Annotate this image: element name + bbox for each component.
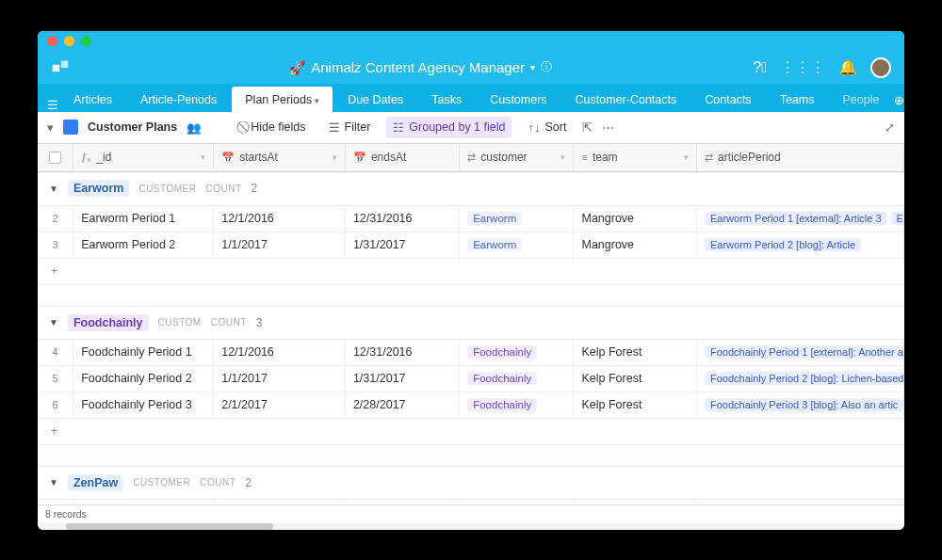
table-row[interactable]: 2Earworm Period 112/1/201612/31/2016Earw… bbox=[38, 206, 904, 232]
cell-startsat[interactable]: 1/1/2017 bbox=[214, 500, 346, 504]
brand-logo-icon[interactable] bbox=[51, 58, 70, 77]
cell-articleperiod[interactable]: ZenPaw Period 1 [blog]: Avoid these trap… bbox=[697, 500, 904, 504]
group-button[interactable]: ☷Grouped by 1 field bbox=[386, 117, 512, 138]
cell-endsat[interactable]: 1/31/2017 bbox=[346, 366, 460, 392]
cell-articleperiod[interactable]: Foodchainly Period 2 [blog]: Lichen-base… bbox=[697, 366, 904, 392]
chevron-down-icon[interactable]: ▾ bbox=[560, 152, 565, 162]
column-startsat[interactable]: 📅startsAt▾ bbox=[214, 144, 346, 171]
people-icon[interactable]: 👥 bbox=[187, 120, 202, 135]
customer-chip[interactable]: Foodchainly bbox=[467, 398, 537, 411]
tab-teams[interactable]: Teams bbox=[767, 87, 828, 112]
cell-articleperiod[interactable]: Foodchainly Period 3 [blog]: Also an art… bbox=[697, 392, 904, 418]
add-row-button[interactable]: + bbox=[38, 419, 904, 445]
customer-chip[interactable]: Earworm bbox=[467, 238, 522, 251]
user-avatar[interactable] bbox=[870, 57, 891, 78]
scrollbar-thumb[interactable] bbox=[66, 523, 273, 530]
customer-chip[interactable]: Foodchainly bbox=[467, 372, 537, 385]
cell-id[interactable]: Foodchainly Period 1 bbox=[73, 340, 214, 365]
table-row[interactable]: 6Foodchainly Period 32/1/20172/28/2017Fo… bbox=[38, 392, 904, 419]
info-icon[interactable]: ⓘ bbox=[541, 59, 552, 75]
cell-startsat[interactable]: 1/1/2017 bbox=[214, 366, 346, 392]
window-minimize-icon[interactable] bbox=[64, 36, 74, 46]
checkbox-column[interactable] bbox=[38, 144, 73, 171]
help-icon[interactable]: ?⃝ bbox=[753, 59, 767, 76]
more-icon[interactable]: ⋯ bbox=[602, 120, 614, 135]
article-chip[interactable]: Foodchainly Period 3 [blog]: Also an art… bbox=[705, 398, 903, 411]
cell-customer[interactable]: Earworm bbox=[460, 232, 574, 258]
cell-endsat[interactable]: 1/31/2017 bbox=[346, 500, 460, 504]
customer-chip[interactable]: Foodchainly bbox=[467, 345, 537, 359]
customer-chip[interactable]: Earworm bbox=[467, 212, 522, 225]
cell-customer[interactable]: Foodchainly bbox=[460, 392, 574, 418]
tab-customers[interactable]: Customers bbox=[477, 87, 560, 112]
notifications-icon[interactable]: 🔔 bbox=[838, 58, 857, 76]
cell-id[interactable]: ZenPaw Period 1 bbox=[73, 500, 214, 504]
sort-button[interactable]: ↑↓Sort bbox=[521, 117, 573, 138]
group-header[interactable]: ▼ZenPawCUSTOMERCOUNT2 bbox=[38, 466, 904, 500]
cell-team[interactable]: Kelp Forest bbox=[574, 366, 697, 392]
tab-people[interactable]: People bbox=[829, 87, 892, 112]
tab-due-dates[interactable]: Due Dates bbox=[334, 87, 416, 112]
cell-endsat[interactable]: 12/31/2016 bbox=[346, 206, 460, 232]
cell-customer[interactable]: Foodchainly bbox=[460, 366, 574, 392]
cell-team[interactable]: Kelp Forest bbox=[574, 340, 697, 365]
base-title[interactable]: 🚀 Animalz Content Agency Manager ▾ ⓘ bbox=[89, 59, 753, 75]
menu-icon[interactable]: ☰ bbox=[47, 98, 58, 112]
tab-customer-contacts[interactable]: Customer-Contacts bbox=[562, 87, 690, 112]
table-row[interactable]: 3Earworm Period 21/1/20171/31/2017Earwor… bbox=[38, 232, 904, 259]
article-chip[interactable]: Earworm Period 1 [external]: Article 3 bbox=[705, 212, 887, 225]
expand-icon[interactable]: ⤢ bbox=[885, 120, 895, 135]
cell-articleperiod[interactable]: Earworm Period 2 [blog]: Article bbox=[697, 232, 904, 258]
column-articleperiod[interactable]: ⇄articlePeriod bbox=[697, 144, 904, 171]
chevron-down-icon[interactable]: ▾ bbox=[201, 152, 205, 162]
collapse-icon[interactable]: ▼ bbox=[49, 317, 58, 328]
cell-team[interactable]: Kelp Forest bbox=[574, 392, 697, 418]
cell-team[interactable]: Taiga bbox=[574, 500, 697, 504]
cell-id[interactable]: Earworm Period 2 bbox=[73, 232, 214, 258]
tab-tasks[interactable]: Tasks bbox=[418, 87, 475, 112]
cell-id[interactable]: Earworm Period 1 bbox=[73, 206, 214, 232]
window-close-icon[interactable] bbox=[47, 36, 57, 46]
cell-endsat[interactable]: 1/31/2017 bbox=[346, 232, 460, 258]
table-row[interactable]: 7ZenPaw Period 11/1/20171/31/2017ZenPawT… bbox=[38, 500, 904, 504]
share-view-icon[interactable]: ⇱ bbox=[582, 120, 593, 135]
cell-team[interactable]: Mangrove bbox=[574, 232, 697, 258]
add-row-button[interactable]: + bbox=[38, 259, 904, 285]
cell-startsat[interactable]: 1/1/2017 bbox=[214, 232, 346, 258]
add-table-icon[interactable]: ⊕ bbox=[894, 93, 904, 107]
cell-customer[interactable]: Earworm bbox=[460, 206, 574, 232]
tab-contacts[interactable]: Contacts bbox=[691, 87, 764, 112]
cell-team[interactable]: Mangrove bbox=[574, 206, 697, 232]
column-endsat[interactable]: 📅endsAt bbox=[346, 144, 460, 171]
article-chip[interactable]: Ea bbox=[891, 212, 904, 225]
collapse-icon[interactable]: ▼ bbox=[49, 477, 58, 488]
table-row[interactable]: 5Foodchainly Period 21/1/20171/31/2017Fo… bbox=[38, 366, 904, 392]
table-row[interactable]: 4Foodchainly Period 112/1/201612/31/2016… bbox=[38, 340, 904, 366]
view-name[interactable]: Customer Plans bbox=[88, 120, 177, 134]
chevron-down-icon[interactable]: ▾ bbox=[333, 152, 337, 162]
horizontal-scrollbar[interactable] bbox=[38, 523, 904, 530]
cell-customer[interactable]: Foodchainly bbox=[460, 340, 574, 365]
column-customer[interactable]: ⇄customer▾ bbox=[460, 144, 574, 171]
article-chip[interactable]: Foodchainly Period 1 [external]: Another… bbox=[705, 345, 904, 359]
filter-button[interactable]: ☰Filter bbox=[322, 117, 378, 138]
cell-endsat[interactable]: 2/28/2017 bbox=[346, 392, 460, 418]
column-team[interactable]: ≡team▾ bbox=[574, 144, 697, 171]
apps-icon[interactable]: ⋮⋮⋮ bbox=[780, 58, 825, 76]
cell-articleperiod[interactable]: Earworm Period 1 [external]: Article 3Ea bbox=[697, 206, 904, 232]
group-header[interactable]: ▼EarwormCUSTOMERCOUNT2 bbox=[38, 172, 904, 206]
tab-articles[interactable]: Articles bbox=[60, 87, 125, 112]
column-id[interactable]: ƒₓ_id▾ bbox=[73, 144, 214, 171]
collapse-icon[interactable]: ▼ bbox=[49, 184, 58, 194]
article-chip[interactable]: Foodchainly Period 2 [blog]: Lichen-base… bbox=[705, 372, 904, 385]
cell-startsat[interactable]: 2/1/2017 bbox=[214, 392, 346, 418]
cell-startsat[interactable]: 12/1/2016 bbox=[214, 206, 346, 232]
group-header[interactable]: ▼FoodchainlyCUSTOMCOUNT3 bbox=[38, 306, 904, 340]
cell-startsat[interactable]: 12/1/2016 bbox=[214, 340, 346, 365]
cell-id[interactable]: Foodchainly Period 2 bbox=[73, 366, 214, 392]
tab-article-periods[interactable]: Article-Periods bbox=[127, 87, 230, 112]
cell-id[interactable]: Foodchainly Period 3 bbox=[73, 392, 214, 418]
cell-customer[interactable]: ZenPaw bbox=[460, 500, 574, 504]
window-zoom-icon[interactable] bbox=[81, 36, 91, 46]
select-all-checkbox[interactable] bbox=[49, 152, 61, 164]
